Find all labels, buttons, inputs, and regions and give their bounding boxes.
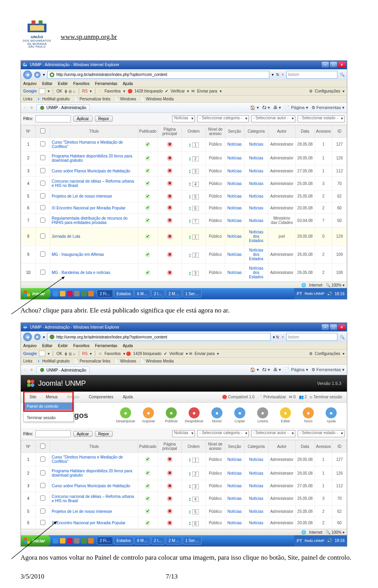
filter-input[interactable]	[35, 115, 71, 122]
google-verificar[interactable]: Verificar	[170, 89, 185, 93]
frontpage-icon[interactable]: ✖	[167, 508, 172, 514]
browser-tab[interactable]: UNMP - Administração	[36, 104, 90, 111]
published-icon[interactable]: ✔	[145, 483, 150, 489]
system-tray[interactable]: PT Redo UNMP 🔊 18:16	[294, 288, 347, 299]
search-icon[interactable]: 🔍	[340, 72, 345, 77]
toolbar-lixeira[interactable]: ●Lixeira	[252, 407, 273, 423]
nav-componentes[interactable]: Componentes	[85, 392, 117, 402]
google-config[interactable]: Configurações	[315, 89, 340, 93]
toolbar-copiar[interactable]: ●Copiar	[230, 407, 250, 423]
order-input[interactable]: 1	[192, 458, 199, 463]
reset-button[interactable]: Repor	[95, 431, 113, 437]
row-check[interactable]	[40, 470, 45, 475]
row-check[interactable]	[40, 457, 45, 462]
google-enviar[interactable]: Enviar para	[197, 89, 217, 93]
col-ordem[interactable]: Ordem	[182, 125, 206, 137]
article-link[interactable]: Projetos de Lei de nosso interesse	[52, 194, 112, 198]
order-input[interactable]: 2	[192, 156, 199, 161]
toolbar-editar[interactable]: ●Editar	[275, 407, 296, 423]
category-select[interactable]: - Seleccionar categoria -	[197, 115, 248, 122]
google-search-box[interactable]	[39, 89, 45, 94]
toolbar-despublicar[interactable]: ●Despublicar	[184, 407, 204, 423]
zoom-icon[interactable]: 🔍 100% ▾	[326, 283, 345, 287]
frontpage-icon[interactable]: ✖	[167, 457, 172, 462]
article-link[interactable]: Curso "Direitos Humanos e Mediação de Co…	[52, 455, 123, 464]
order-input[interactable]: 7	[192, 219, 199, 224]
frontpage-icon[interactable]: ✖	[167, 496, 172, 501]
toolbar-publicar[interactable]: ●Publicar	[161, 407, 182, 423]
menu-favoritos[interactable]: Favoritos	[73, 81, 89, 86]
published-icon[interactable]: ✔	[145, 155, 150, 161]
link-windows[interactable]: 📄 Windows	[114, 97, 136, 101]
article-link[interactable]: Curso sobre Planos Municipais de Habitaç…	[52, 484, 130, 488]
frontpage-icon[interactable]: ✖	[167, 168, 172, 174]
task-item[interactable]: 2 Fi…	[97, 537, 113, 545]
published-icon[interactable]: ✔	[145, 218, 150, 223]
order-input[interactable]: 1	[192, 235, 199, 240]
order-input[interactable]: 3	[192, 271, 199, 276]
task-item[interactable]: 6 M…	[134, 290, 150, 298]
start-button[interactable]: Iniciar	[21, 535, 50, 546]
article-link[interactable]: Projetos de Lei de nosso interesse	[52, 509, 112, 514]
toolbar-ajuda[interactable]: ●Ajuda	[321, 407, 341, 423]
back-button[interactable]: ◄	[23, 333, 32, 341]
row-check[interactable]	[40, 496, 45, 501]
frontpage-icon[interactable]: ✖	[167, 234, 172, 239]
search-input[interactable]: botom	[286, 71, 337, 79]
task-item[interactable]: 2 Fi…	[97, 290, 113, 298]
order-input[interactable]: 3	[192, 169, 199, 174]
published-icon[interactable]: ✔	[145, 205, 150, 211]
published-icon[interactable]: ✔	[145, 181, 150, 186]
link-hotmail[interactable]: 📧 HotMail gratuito	[36, 97, 70, 101]
row-check[interactable]	[40, 155, 45, 160]
preview-link[interactable]: 📄 Prévisualizar	[258, 395, 286, 399]
col-acessos[interactable]: Acessos	[315, 125, 332, 137]
article-link[interactable]: Curso sobre Planos Municipais de Habitaç…	[52, 169, 130, 173]
col-pub[interactable]: Publicado	[138, 125, 158, 137]
published-icon[interactable]: ✔	[145, 457, 150, 462]
task-item[interactable]: 2 M…	[166, 537, 182, 545]
author-select[interactable]: - Seleccionar autor -	[251, 115, 295, 122]
history-drop-icon[interactable]: ▾	[43, 72, 45, 77]
published-icon[interactable]: ✔	[145, 496, 150, 501]
quick-launch[interactable]	[50, 291, 96, 296]
google-ok[interactable]: OK	[56, 89, 62, 93]
google-rs[interactable]: RS	[82, 89, 88, 93]
article-link[interactable]: Programa Habitare disponibiliza 20 livro…	[52, 154, 132, 163]
menu-ferramentas[interactable]: Ferramentas	[95, 81, 117, 86]
task-item[interactable]: 1 Ser…	[183, 537, 202, 545]
lang-indicator[interactable]: PT	[296, 291, 302, 296]
order-input[interactable]: 6	[192, 521, 199, 526]
published-icon[interactable]: ✔	[145, 520, 150, 526]
close-button[interactable]: ×	[338, 62, 345, 68]
order-input[interactable]: 4	[192, 497, 199, 502]
window-titlebar-2[interactable]: UNMP - Administração - Windows Internet …	[21, 323, 347, 331]
row-check[interactable]	[40, 270, 45, 275]
order-input[interactable]: 5	[192, 194, 199, 200]
nav-ajuda[interactable]: Ajuda	[119, 392, 137, 402]
published-icon[interactable]: ✔	[145, 194, 150, 199]
print-icon[interactable]: 🖶 ▾	[273, 105, 281, 110]
frontpage-icon[interactable]: ✖	[167, 142, 172, 147]
favorites-star-icon[interactable]: ☆	[23, 105, 27, 110]
order-input[interactable]: 1	[192, 142, 199, 148]
apply-button[interactable]: Aplicar	[73, 431, 93, 437]
published-icon[interactable]: ✔	[145, 252, 150, 257]
back-button[interactable]: ◄	[23, 70, 32, 79]
frontpage-icon[interactable]: ✖	[167, 218, 172, 223]
frontpage-icon[interactable]: ✖	[167, 270, 172, 276]
row-check[interactable]	[40, 218, 45, 223]
filter-input[interactable]	[35, 430, 71, 437]
task-item[interactable]: 2 M…	[166, 290, 182, 298]
add-fav-icon[interactable]: ✚	[30, 105, 33, 110]
volume-icon[interactable]: 🔊	[327, 291, 332, 296]
published-icon[interactable]: ✔	[145, 270, 150, 276]
col-id[interactable]: ID	[332, 125, 347, 137]
task-item[interactable]: 1 Ser…	[183, 290, 202, 298]
frontpage-icon[interactable]: ✖	[167, 520, 172, 526]
article-link[interactable]: Concurso nacional de idéias – Reforma ur…	[52, 494, 134, 503]
url-input[interactable]: http://unmp.org.br/administrator/index.p…	[47, 71, 269, 79]
order-input[interactable]: 2	[192, 253, 199, 258]
forward-button[interactable]: ►	[34, 72, 41, 78]
task-item[interactable]: 6 M…	[134, 537, 150, 545]
